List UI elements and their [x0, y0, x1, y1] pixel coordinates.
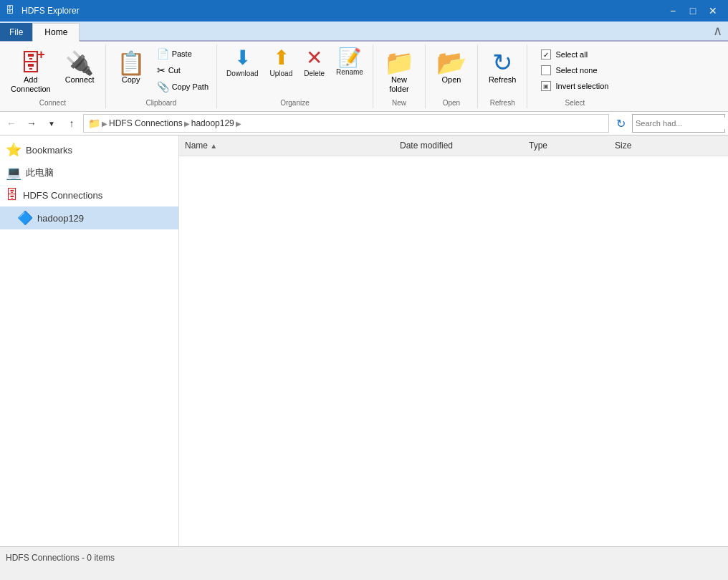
col-size-label: Size — [615, 141, 631, 151]
paste-icon: 📄 — [157, 48, 169, 60]
select-none-label: Select none — [555, 66, 597, 75]
connect-icon: 🔌 — [65, 49, 94, 75]
title-bar: 🗄 HDFS Explorer − □ ✕ — [0, 0, 728, 22]
sidebar-thispc-label: 此电脑 — [26, 166, 54, 179]
connect-group-items: 🗄 + AddConnection 🔌 Connect — [4, 46, 101, 98]
ribbon-group-select: ✓ Select all Select none ▣ Invert select… — [527, 44, 622, 108]
sidebar-item-bookmarks[interactable]: ⭐ Bookmarks — [0, 138, 178, 161]
forward-button[interactable]: → — [23, 115, 40, 132]
refresh-button[interactable]: ↻ Refresh — [482, 46, 523, 88]
new-folder-icon: 📁 — [384, 49, 414, 75]
path-hdfs-label: HDFS Connections — [109, 118, 183, 128]
select-all-label: Select all — [555, 50, 588, 59]
ribbon-group-organize: ⬇ Download ⬆ Upload ✕ Delete — [217, 44, 373, 108]
maximize-button[interactable]: □ — [684, 4, 702, 18]
hadoop129-icon: 🔷 — [17, 210, 33, 226]
copy-button[interactable]: 📋 Copy — [110, 46, 152, 88]
upload-label: Upload — [270, 70, 293, 78]
ribbon-content: 🗄 + AddConnection 🔌 Connect Connect — [0, 42, 728, 111]
path-arrow-1: ▶ — [184, 120, 190, 128]
delete-icon: ✕ — [306, 48, 322, 68]
cut-icon: ✂ — [157, 65, 166, 76]
connect-label: Connect — [65, 75, 95, 85]
column-header-date[interactable]: Date modified — [394, 138, 523, 153]
select-group-label: Select — [532, 98, 618, 107]
sidebar-bookmarks-label: Bookmarks — [26, 145, 72, 156]
copy-path-icon: 📎 — [157, 81, 169, 92]
delete-button[interactable]: ✕ Delete — [299, 46, 330, 80]
add-connection-icon: 🗄 + — [19, 49, 42, 75]
new-group-label: New — [378, 98, 421, 107]
open-icon: 📂 — [436, 49, 466, 75]
column-header-name[interactable]: Name ▲ — [179, 138, 394, 153]
file-list: Name ▲ Date modified Type Size — [179, 136, 728, 546]
new-folder-label: Newfolder — [389, 75, 409, 94]
back-button[interactable]: ← — [3, 115, 20, 132]
clipboard-small-buttons: 📄 Paste ✂ Cut 📎 Copy Path — [153, 46, 212, 95]
select-none-checkbox — [541, 65, 551, 75]
open-group-items: 📂 Open — [430, 46, 473, 98]
ribbon-group-clipboard: 📋 Copy 📄 Paste ✂ Cut 📎 Copy Pat — [106, 44, 217, 108]
file-list-header: Name ▲ Date modified Type Size — [179, 136, 728, 156]
invert-selection-button[interactable]: ▣ Invert selection — [537, 79, 612, 93]
new-group-items: 📁 Newfolder — [378, 46, 421, 98]
cut-label: Cut — [168, 66, 181, 75]
tab-file[interactable]: File — [0, 23, 32, 41]
add-connection-button[interactable]: 🗄 + AddConnection — [4, 46, 57, 98]
sidebar-item-thispc[interactable]: 💻 此电脑 — [0, 161, 178, 184]
organize-group-label: Organize — [221, 98, 368, 107]
download-label: Download — [226, 70, 258, 78]
path-icon: 📁 — [88, 118, 100, 129]
column-header-type[interactable]: Type — [523, 138, 609, 153]
download-icon: ⬇ — [234, 48, 251, 68]
select-all-button[interactable]: ✓ Select all — [537, 47, 612, 62]
rename-button[interactable]: 📝 Rename — [331, 46, 368, 79]
search-input[interactable] — [633, 118, 728, 129]
minimize-button[interactable]: − — [664, 4, 682, 18]
recent-locations-button[interactable]: ▼ — [43, 115, 60, 132]
invert-selection-label: Invert selection — [555, 82, 608, 90]
refresh-group-label: Refresh — [482, 98, 523, 107]
download-button[interactable]: ⬇ Download — [221, 46, 263, 80]
close-button[interactable]: ✕ — [704, 4, 722, 18]
sidebar-hdfsconn-label: HDFS Connections — [23, 190, 102, 201]
add-connection-label: AddConnection — [11, 75, 51, 94]
upload-icon: ⬆ — [273, 48, 289, 68]
paste-button[interactable]: 📄 Paste — [153, 46, 212, 62]
copy-label: Copy — [122, 75, 140, 85]
tab-home[interactable]: Home — [32, 23, 80, 42]
ribbon-collapse-button[interactable]: ∧ — [710, 22, 725, 40]
clipboard-group-label: Clipboard — [110, 98, 212, 107]
upload-button[interactable]: ⬆ Upload — [265, 46, 298, 80]
status-bar: HDFS Connections - 0 items — [0, 546, 728, 568]
rename-label: Rename — [336, 68, 363, 77]
open-button[interactable]: 📂 Open — [430, 46, 473, 88]
column-header-size[interactable]: Size — [609, 138, 681, 153]
copy-icon: 📋 — [117, 49, 145, 75]
new-folder-button[interactable]: 📁 Newfolder — [378, 46, 421, 98]
ribbon-group-open: 📂 Open Open — [426, 44, 478, 108]
address-path[interactable]: 📁 ▶ HDFS Connections ▶ hadoop129 ▶ — [83, 114, 609, 133]
copy-path-button[interactable]: 📎 Copy Path — [153, 79, 212, 95]
connect-button[interactable]: 🔌 Connect — [59, 46, 101, 88]
path-segment-hdfs[interactable]: HDFS Connections — [109, 118, 183, 128]
open-label: Open — [441, 75, 461, 85]
sidebar-item-hadoop129[interactable]: 🔷 hadoop129 — [0, 206, 178, 229]
col-name-label: Name — [185, 141, 208, 151]
select-none-button[interactable]: Select none — [537, 63, 612, 77]
path-segment-hadoop[interactable]: hadoop129 — [191, 118, 234, 128]
ribbon-tabs: File Home ∧ — [0, 22, 728, 42]
col-type-label: Type — [529, 141, 547, 151]
select-all-checkbox: ✓ — [541, 49, 551, 60]
sidebar-item-hdfsconn[interactable]: 🗄 HDFS Connections — [0, 184, 178, 206]
ribbon-group-new: 📁 Newfolder New — [373, 44, 426, 108]
cut-button[interactable]: ✂ Cut — [153, 62, 212, 78]
select-group-items: ✓ Select all Select none ▣ Invert select… — [532, 46, 618, 98]
bookmarks-icon: ⭐ — [6, 142, 21, 158]
address-refresh-button[interactable]: ↻ — [612, 115, 629, 132]
path-hadoop-label: hadoop129 — [191, 118, 234, 128]
invert-checkbox: ▣ — [541, 81, 551, 91]
up-button[interactable]: ↑ — [63, 115, 80, 132]
delete-label: Delete — [304, 70, 325, 78]
main-area: ⭐ Bookmarks 💻 此电脑 🗄 HDFS Connections 🔷 h… — [0, 136, 728, 546]
